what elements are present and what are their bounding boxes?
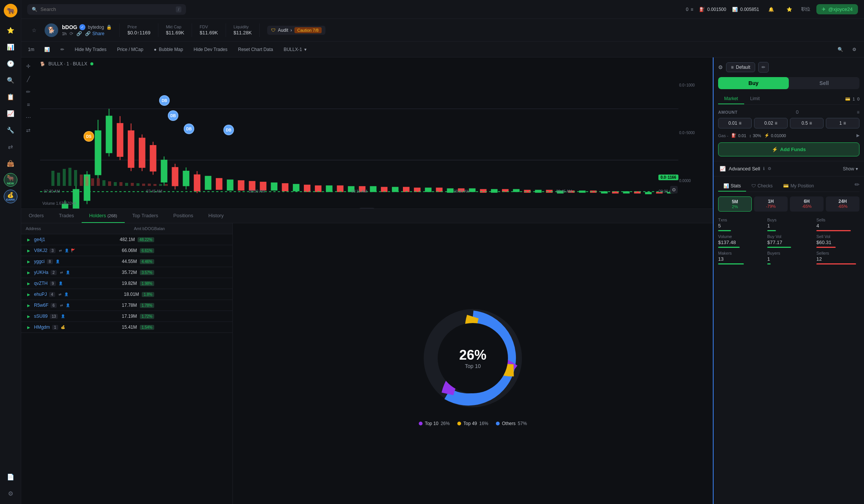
sidebar-item-wallet[interactable]: 👜 xyxy=(4,156,17,170)
favorite-button[interactable]: ☆ xyxy=(27,23,41,37)
user-label: @xjoyce24 xyxy=(828,6,853,12)
token-info: ☆ 🐕 bDOG ✓ bytedog 🔒 1h ⟳ 🔗 🔗 Share xyxy=(27,23,112,37)
sidebar-item-orders[interactable]: 📋 xyxy=(4,90,17,104)
link-icon[interactable]: 🔗 xyxy=(76,31,82,36)
default-preset-button[interactable]: ≡ Default xyxy=(726,62,755,72)
layers-tool[interactable]: ≡ xyxy=(23,100,33,110)
app-logo[interactable]: 🐂 xyxy=(4,4,17,17)
sidebar-item-arrows[interactable]: ⇄ xyxy=(4,140,17,153)
bubble-map-button[interactable]: ● Bubble Map xyxy=(151,45,186,54)
search-box[interactable]: 🔍 / xyxy=(27,4,186,15)
user-button[interactable]: ✈ @xjoyce24 xyxy=(816,4,858,14)
trade-marker-ds[interactable]: DS xyxy=(84,131,94,142)
makers-stat: Makers 13 xyxy=(718,251,761,264)
topbar-stat-price: 📊 0.005851 xyxy=(732,7,759,12)
line-tool[interactable]: ╱ xyxy=(23,74,33,84)
sidebar-item-copy[interactable]: 📄 xyxy=(4,470,17,484)
quick-amount-05[interactable]: 0.5 ≡ xyxy=(790,118,824,128)
edit-stats-button[interactable]: ✏ xyxy=(855,181,859,192)
edit-preset-button[interactable]: ✏ xyxy=(758,62,769,73)
gas-fuel-val: ⛽ 0.01 xyxy=(731,133,746,138)
table-row[interactable]: ▶ yggci 8 👤 44.55M 4.46% xyxy=(21,256,232,267)
buy-sell-tabs: Buy Sell xyxy=(718,77,859,89)
add-funds-button[interactable]: ⚡ Add Funds xyxy=(718,142,859,156)
table-row[interactable]: ▶ V8KJ2 3 ⇄ 👤 🚩 66.06M 6.61% xyxy=(21,245,232,256)
show-advanced-button[interactable]: Show ▾ xyxy=(843,166,858,172)
tab-history[interactable]: History xyxy=(201,209,231,223)
token-time[interactable]: 1h xyxy=(62,31,67,36)
table-row[interactable]: ▶ ehuPJ 4 ⇄ 👤 18.01M 1.8% xyxy=(21,289,232,300)
crosshair-tool[interactable]: ✛ xyxy=(23,61,33,71)
quick-amount-002[interactable]: 0.02 ≡ xyxy=(754,118,788,128)
sidebar-item-tools[interactable]: 🔧 xyxy=(4,123,17,137)
time-btn-24h[interactable]: 24H -65% xyxy=(826,196,859,212)
star-button[interactable]: ⭐ xyxy=(783,3,795,15)
limit-tab[interactable]: Limit xyxy=(744,94,766,104)
search-chart-button[interactable]: 🔍 xyxy=(835,45,846,54)
time-btn-6h[interactable]: 6H -65% xyxy=(790,196,824,212)
panel-header: ⚙ ≡ Default ✏ xyxy=(718,62,859,73)
indicator-button[interactable]: 📊 xyxy=(41,45,53,54)
bullx-dropdown[interactable]: BULLX-1 ▾ xyxy=(280,45,310,54)
main-area: 🔍 / 0 ≡ ⛽ 0.001500 📊 0.005851 🔔 ⭐ 职位 ✈ @… xyxy=(21,0,864,504)
buy-tab[interactable]: Buy xyxy=(718,77,789,89)
table-row[interactable]: ▶ HMgdm 1 💰 15.41M 1.54% xyxy=(21,322,232,333)
sidebar-item-chart[interactable]: 📊 xyxy=(4,40,17,54)
time-buttons: 5M 2% 1H -79% 6H -65% 24H -65% xyxy=(718,196,859,212)
sidebar-item-history[interactable]: 🕐 xyxy=(4,57,17,70)
chart-resize-handle[interactable]: ⋯ xyxy=(359,208,375,209)
hide-dev-trades-button[interactable]: Hide Dev Trades xyxy=(190,45,230,54)
time-btn-5m[interactable]: 5M 2% xyxy=(718,196,752,212)
table-row[interactable]: ▶ ge4j1 482.1M 48.22% xyxy=(21,234,232,245)
trade-marker-db4[interactable]: DB xyxy=(223,125,234,135)
timeframe-1m[interactable]: 1m xyxy=(26,45,37,54)
tab-positions[interactable]: Positions xyxy=(166,209,201,223)
sell-tab[interactable]: Sell xyxy=(789,77,859,89)
notifications-button[interactable]: 🔔 xyxy=(765,3,777,15)
sidebar-earn-badge[interactable]: 💰 EARN xyxy=(4,190,17,203)
sidebar-item-star[interactable]: ⭐ xyxy=(4,23,17,37)
checks-tab[interactable]: 🛡 Checks xyxy=(746,181,778,192)
stats-tab[interactable]: 📊 Stats xyxy=(718,181,746,192)
gas-row: Gas - ⛽ 0.01 ↕ 30% ⚡ 0.01000 ▶ xyxy=(718,133,859,138)
tab-orders[interactable]: Orders xyxy=(21,209,51,223)
locate-button[interactable]: ⊙ xyxy=(670,186,678,193)
tab-holders[interactable]: Holders (268) xyxy=(82,209,125,223)
tab-trades[interactable]: Trades xyxy=(51,209,82,223)
share-button[interactable]: 🔗 Share xyxy=(85,31,104,36)
table-row[interactable]: ▶ qvZTH 9 👤 19.82M 1.98% xyxy=(21,278,232,289)
gas-more-icon[interactable]: ▶ xyxy=(856,133,859,138)
swap-tool[interactable]: ⇄ xyxy=(23,125,33,135)
trade-marker-db1[interactable]: DB xyxy=(159,95,170,106)
trade-marker-db2[interactable]: DB xyxy=(168,110,178,121)
table-row[interactable]: ▶ R5w6F 6 ⇄ 👤 17.78M 1.78% xyxy=(21,300,232,311)
person-icon: 👤 xyxy=(64,292,69,297)
table-row[interactable]: ▶ yUKHa 2 ⇄ 👤 35.72M 3.57% xyxy=(21,267,232,278)
stats-grid-row2: Volume $137.48 Buy Vol $77.17 Sell Vol $… xyxy=(718,234,859,248)
hide-my-trades-button[interactable]: Hide My Trades xyxy=(72,45,110,54)
time-btn-1h[interactable]: 1H -79% xyxy=(754,196,788,212)
sidebar-item-analytics[interactable]: 📈 xyxy=(4,107,17,120)
search-input[interactable] xyxy=(40,6,173,12)
drawing-button[interactable]: ✏ xyxy=(57,45,67,54)
reset-chart-button[interactable]: Reset Chart Data xyxy=(235,45,276,54)
quick-amount-001[interactable]: 0.01 ≡ xyxy=(718,118,752,128)
settings-chart-button[interactable]: ⚙ xyxy=(849,45,859,54)
price-mcap-button[interactable]: Price / MCap xyxy=(114,45,146,54)
quick-amount-1[interactable]: 1 ≡ xyxy=(826,118,859,128)
amount-menu-icon[interactable]: ≡ xyxy=(857,110,859,115)
network-tool[interactable]: ⋯ xyxy=(23,113,33,122)
sidebar-new-badge[interactable]: 🐂 NEW xyxy=(4,173,17,187)
market-tab[interactable]: Market xyxy=(718,94,744,104)
my-position-tab[interactable]: 💳 My Position xyxy=(778,181,819,192)
sidebar-item-settings[interactable]: ⚙ xyxy=(4,487,17,500)
table-row[interactable]: ▶ sSU89 13 👤 17.19M 1.72% xyxy=(21,311,232,322)
brush-tool[interactable]: ✏ xyxy=(23,87,33,97)
caution-badge: Caution 7/8 xyxy=(294,27,322,33)
legend-dot-top49 xyxy=(457,422,461,425)
trade-marker-db3[interactable]: DB xyxy=(184,124,194,134)
audit-button[interactable]: 🛡 Audit › Caution 7/8 xyxy=(267,26,325,35)
tab-top-traders[interactable]: Top Traders xyxy=(125,209,166,223)
svg-rect-78 xyxy=(80,175,83,186)
sidebar-item-search[interactable]: 🔍 xyxy=(4,73,17,87)
